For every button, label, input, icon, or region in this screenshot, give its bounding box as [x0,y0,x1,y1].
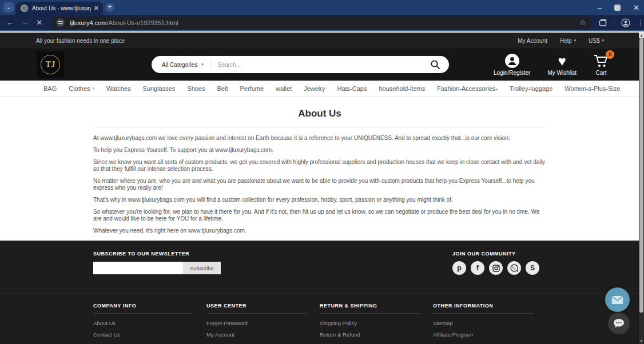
new-tab-button[interactable]: + [105,3,114,12]
browser-toolbar: ← → ✕ tjluxury4.com/About-Us-n1929351.ht… [0,15,644,31]
tab-close-icon[interactable]: ✕ [94,5,99,12]
whatsapp-icon[interactable] [507,261,521,275]
site-logo[interactable]: TJ [37,51,64,78]
newsletter-section: SUBSCRIBE TO OUR NEWSLETTER Subscribe [93,251,221,274]
footer-link[interactable]: Contact Us [93,331,206,338]
skype-icon[interactable]: S [526,261,539,275]
wishlist-button[interactable]: ♥ My Wishlist [547,53,577,76]
nav-item[interactable]: Belt▾ [217,85,228,92]
footer-link[interactable]: About Us [93,320,206,326]
tab-strip: ⌄ About Us - www.tjluxury4.com ✕ + – ✕ [0,0,644,15]
stop-loading-button[interactable]: ✕ [32,18,47,27]
browser-menu-icon[interactable]: ⋮ [637,19,644,27]
footer-column-title: RETURN & SHIPPING [320,303,433,309]
announcement-bar: All your fashion needs in one place My A… [0,33,644,49]
nav-item[interactable]: BAG▾ [43,85,57,92]
subscribe-button[interactable]: Subscribe [183,262,221,274]
footer-column-divider [433,313,534,314]
forward-button[interactable]: → [17,18,32,27]
chevron-down-icon: ▾ [574,38,577,43]
address-bar[interactable]: tjluxury4.com/About-Us-n1929351.html ☆ [50,17,592,29]
window-restore-button[interactable] [614,5,621,11]
community-title: JOIN OUR COMMUNITY [452,251,539,257]
search-icon[interactable] [430,59,440,70]
logo-monogram: TJ [41,55,60,74]
chevron-down-icon: ▾ [602,38,604,43]
about-paragraph: Whatever you need, it's right here on ww… [93,227,546,234]
profile-icon[interactable] [621,18,630,27]
nav-item[interactable]: Shoes▾ [187,85,205,92]
nav-item[interactable]: Clothes▾ [69,85,94,92]
footer-column: OTHER INFORMATION Sitemap Affiliate Prog… [433,303,546,343]
about-paragraph: So whatever you're looking for, we plan … [93,209,546,222]
toolbar-divider [614,19,614,27]
title-divider [93,127,546,127]
footer-link[interactable]: Sitemap [433,320,546,326]
instagram-icon[interactable] [489,261,503,275]
cart-button[interactable]: 0 Cart [594,53,609,76]
nav-item[interactable]: Jewelry▾ [304,85,325,92]
newsletter-title: SUBSCRIBE TO OUR NEWSLETTER [93,251,221,257]
tab-group-icon[interactable] [599,19,607,27]
tab-title: About Us - www.tjluxury4.com [32,5,91,11]
footer-link[interactable]: Return & Refund [320,331,433,338]
nav-item[interactable]: Fashion-Accessories-▾ [437,85,498,92]
site-settings-icon[interactable] [56,18,65,27]
page-footer: SUBSCRIBE TO OUR NEWSLETTER Subscribe JO… [0,241,644,344]
chevron-down-icon: ▾ [93,86,95,91]
footer-column-divider [206,313,307,314]
window-minimize-button[interactable]: – [598,3,602,12]
facebook-icon[interactable]: f [471,261,484,275]
tab-search-chevron-icon[interactable]: ⌄ [3,2,14,13]
window-close-button[interactable]: ✕ [633,3,639,12]
footer-link[interactable]: Affiliate Program [433,331,546,338]
nav-item[interactable]: Women-s-Plus-Size▾ [565,85,620,92]
envelope-icon [611,295,623,305]
nav-item[interactable]: Watches▾ [106,85,130,92]
browser-tab[interactable]: About Us - www.tjluxury4.com ✕ [15,2,103,15]
nav-item[interactable]: household-items▾ [379,85,425,92]
email-widget-button[interactable] [605,287,630,312]
topbar-link[interactable]: My Account▾ [518,38,547,44]
about-paragraph: Since we know you want all sorts of cust… [93,159,546,173]
footer-link[interactable]: My Account [206,331,320,338]
about-paragraph: To help you Express Yourself. To support… [93,147,546,154]
chat-bubble-icon [613,318,625,329]
footer-link[interactable]: Shipping Policy [320,320,433,326]
topbar-link[interactable]: Help▾ [560,38,576,44]
scroll-down-arrow[interactable]: ▼ [639,338,644,344]
login-register-label: Login/Register [494,70,530,76]
pinterest-icon[interactable]: p [452,261,466,275]
topbar-link[interactable]: US$▾ [589,38,604,44]
footer-columns: COMPANY INFO About Us Contact Us USER CE… [0,293,644,343]
footer-column: RETURN & SHIPPING Shipping Policy Return… [320,303,433,343]
nav-item[interactable]: Trolley-luggage▾ [510,85,552,92]
nav-item[interactable]: wallet▾ [276,85,292,92]
nav-item[interactable]: Perfume▾ [240,85,264,92]
page-scrollbar[interactable]: ▲ ▼ [639,33,644,344]
chevron-down-icon: ▾ [201,62,204,67]
web-page: All your fashion needs in one place My A… [0,33,644,344]
chat-widget-button[interactable] [608,313,630,334]
about-paragraph: No matter where you are, who you are and… [93,178,546,191]
newsletter-email-input[interactable] [93,262,183,274]
cart-label: Cart [596,70,607,76]
footer-column-title: COMPANY INFO [93,303,206,309]
scrollbar-thumb[interactable] [639,38,643,313]
heart-icon: ♥ [558,54,566,68]
nav-item[interactable]: Sunglasses▾ [142,85,175,92]
login-register-button[interactable]: Login/Register [494,53,530,76]
site-favicon-icon [21,5,28,12]
nav-item[interactable]: Hats-Caps▾ [337,85,367,92]
search-bar: All Categories ▾ [152,56,449,73]
scroll-up-arrow[interactable]: ▲ [639,33,644,38]
bookmark-star-icon[interactable]: ☆ [579,18,586,27]
about-paragraph: At www.tjluxurybags.com we love every pa… [93,135,546,142]
category-dropdown[interactable]: All Categories [152,62,197,68]
footer-column-title: USER CENTER [206,303,320,309]
back-button[interactable]: ← [2,18,17,27]
footer-link[interactable]: Forget Password [206,320,320,326]
wishlist-label: My Wishlist [547,70,577,76]
search-input[interactable] [211,62,430,68]
footer-column-title: OTHER INFORMATION [433,303,546,309]
